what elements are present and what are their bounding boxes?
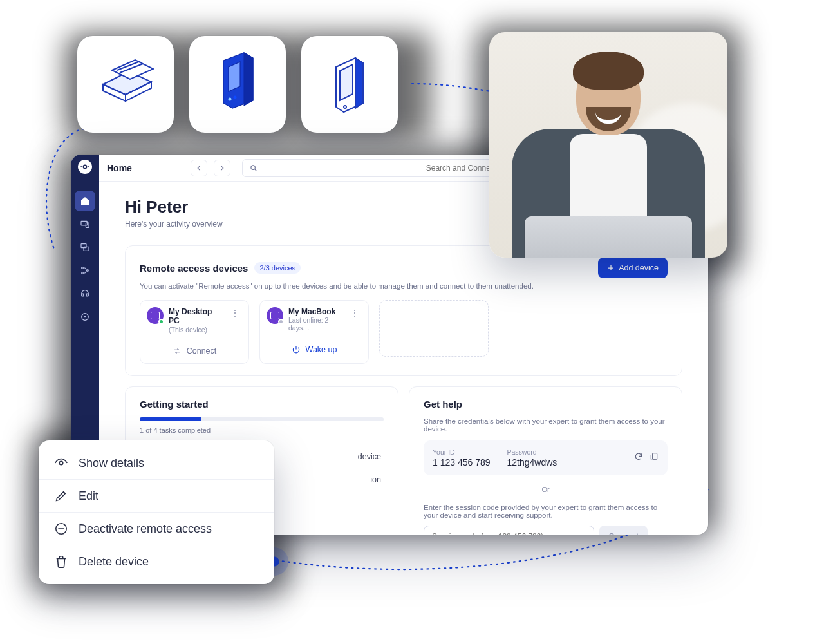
- page-title: Home: [107, 163, 184, 173]
- getting-started-title: Getting started: [140, 399, 384, 410]
- svg-point-9: [229, 98, 232, 101]
- svg-rect-25: [653, 453, 657, 459]
- device-illustration-phone: [301, 36, 398, 133]
- your-id-label: Your ID: [433, 448, 491, 456]
- app-logo-icon[interactable]: [78, 160, 92, 174]
- device-count-chip: 2/3 devices: [254, 262, 301, 274]
- remote-access-title: Remote access devices: [140, 263, 248, 274]
- svg-marker-7: [244, 53, 253, 106]
- svg-marker-13: [340, 64, 353, 100]
- session-code-input[interactable]: [424, 526, 594, 535]
- get-help-lead: Share the credentials below with your ex…: [424, 417, 668, 433]
- ctx-delete[interactable]: Delete device: [39, 545, 274, 578]
- device-sub: (This device): [169, 326, 223, 334]
- ctx-edit[interactable]: Edit: [39, 479, 274, 512]
- get-help-title: Get help: [424, 399, 668, 410]
- sidebar-item-home[interactable]: [75, 191, 95, 211]
- eye-icon: [54, 456, 68, 470]
- sidebar-item-support[interactable]: [75, 283, 95, 304]
- nav-forward-button[interactable]: [214, 160, 230, 176]
- minus-circle-icon: [54, 522, 68, 536]
- add-device-button[interactable]: Add device: [598, 258, 668, 278]
- sidebar-item-workflows[interactable]: [75, 260, 95, 281]
- device-icon: [267, 307, 283, 324]
- connect-button[interactable]: Connect: [599, 526, 648, 535]
- device-menu-button[interactable]: ⋮: [348, 307, 362, 319]
- device-name: My Desktop PC: [169, 307, 223, 326]
- pencil-icon: [54, 489, 68, 503]
- remote-access-panel: Remote access devices 2/3 devices Add de…: [125, 245, 682, 376]
- svg-point-23: [84, 316, 85, 317]
- progress-label: 1 of 4 tasks completed: [140, 426, 384, 434]
- device-sub: Last online: 2 days…: [288, 316, 342, 332]
- svg-point-20: [82, 272, 84, 274]
- credentials-box: Your ID 1 123 456 789 Password 12thg4wdw…: [424, 440, 668, 475]
- svg-point-24: [251, 165, 255, 169]
- copy-icon[interactable]: [650, 452, 659, 464]
- device-card: My MacBook Last online: 2 days… ⋮ Wake u…: [259, 300, 369, 364]
- power-icon: [292, 345, 301, 354]
- svg-point-10: [234, 96, 237, 99]
- nav-back-button[interactable]: [191, 160, 207, 176]
- sidebar-item-devices[interactable]: [75, 214, 95, 234]
- ctx-show-details[interactable]: Show details: [39, 447, 274, 479]
- device-card: My Desktop PC (This device) ⋮ Connect: [140, 300, 249, 364]
- svg-point-19: [82, 267, 84, 269]
- session-help-text: Enter the session code provided by your …: [424, 504, 668, 519]
- device-illustration-laptop: [77, 36, 174, 133]
- progress-bar: [140, 417, 384, 421]
- device-illustration-server: [189, 36, 286, 133]
- get-help-panel: Get help Share the credentials below wit…: [409, 386, 682, 535]
- svg-marker-12: [355, 58, 363, 108]
- your-id-value: 1 123 456 789: [433, 457, 491, 468]
- svg-marker-8: [229, 62, 240, 91]
- sidebar-item-more[interactable]: [75, 307, 95, 327]
- hero-person-photo: [489, 32, 727, 258]
- device-connect-button[interactable]: Connect: [140, 339, 248, 363]
- device-placeholder[interactable]: [379, 300, 489, 357]
- refresh-icon[interactable]: [634, 452, 643, 464]
- sidebar-item-sessions[interactable]: [75, 237, 95, 258]
- password-value: 12thg4wdws: [507, 457, 557, 468]
- remote-access-sub: You can activate "Remote access" on up t…: [140, 282, 668, 290]
- or-divider: Or: [424, 486, 668, 493]
- device-name: My MacBook: [288, 307, 342, 316]
- ctx-deactivate[interactable]: Deactivate remote access: [39, 512, 274, 545]
- device-menu-button[interactable]: ⋮: [228, 307, 242, 319]
- device-context-menu: Show details Edit Deactivate remote acce…: [39, 440, 274, 584]
- swap-icon: [173, 346, 182, 355]
- trash-icon: [54, 554, 68, 569]
- device-icon: [147, 307, 164, 324]
- svg-rect-15: [81, 221, 87, 225]
- device-wake-button[interactable]: Wake up: [260, 337, 368, 361]
- svg-point-26: [59, 461, 63, 465]
- search-icon: [249, 164, 258, 173]
- password-label: Password: [507, 448, 557, 456]
- add-device-label: Add device: [619, 263, 659, 272]
